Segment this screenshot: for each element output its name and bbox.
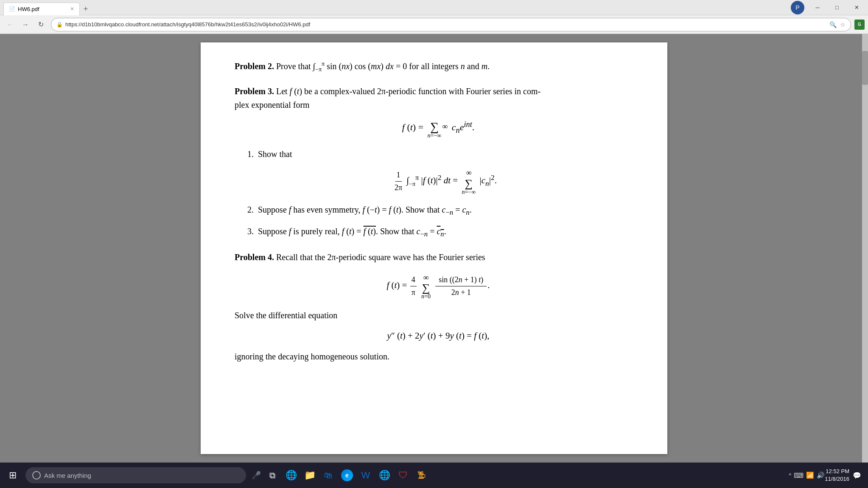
mcafee-icon: 🛡: [398, 470, 408, 481]
profile-icon[interactable]: P: [791, 1, 804, 14]
problem-3-items: 1. Show that 1 2π ∫−ππ |f (t)|2 dt = ∞: [235, 147, 642, 240]
active-tab[interactable]: 📄 HW6.pdf ✕: [3, 3, 80, 15]
address-bar[interactable]: 🔒 https://d1b10bmlvqabco.cloudfront.net/…: [51, 18, 851, 31]
taskbar: ⊞ Ask me anything 🎤 ⧉ 🌐 📁 🛍 e W 🌐 🛡 🗜: [0, 463, 868, 488]
parseval-equation: 1 2π ∫−ππ |f (t)|2 dt = ∞ ∑ n=−∞: [247, 166, 642, 197]
folder-icon: 📁: [304, 470, 316, 481]
problem-4-closing: ignoring the decaying homogeneous soluti…: [235, 350, 642, 363]
problem-3-text: Problem 3. Let f (t) be a complex-valued…: [235, 84, 642, 112]
ode-equation: y″ (t) + 2y′ (t) + 9y (t) = f (t),: [235, 329, 642, 343]
lock-icon: 🔒: [56, 22, 63, 28]
tray-network-icon: 📶: [806, 471, 814, 479]
maximize-button[interactable]: □: [827, 0, 847, 15]
pdf-page: Problem 2. Prove that ∫−ππ sin (nx) cos …: [201, 42, 667, 454]
ie-button[interactable]: e: [338, 466, 356, 485]
store-button[interactable]: 🛍: [319, 466, 338, 485]
forward-button[interactable]: →: [19, 18, 32, 31]
mcafee-button[interactable]: 🛡: [394, 466, 412, 485]
window-controls: P ─ □ ✕: [791, 0, 868, 15]
search-placeholder-text: Ask me anything: [44, 472, 91, 479]
tab-title: HW6.pdf: [18, 6, 39, 12]
tray-keyboard-icon: ⌨: [794, 471, 804, 480]
problem-3: Problem 3. Let f (t) be a complex-valued…: [235, 84, 642, 240]
square-wave-equation: f (t) = 4 π ∞ ∑ n=0 sin ((2n + 1) t): [235, 271, 642, 302]
search-circle-icon: [32, 471, 41, 480]
task-view-button[interactable]: ⧉: [263, 466, 282, 485]
problem-4-header: Problem 4.: [235, 252, 274, 262]
tray-volume-icon: 🔊: [817, 471, 825, 479]
chrome-icon: 🌐: [379, 470, 390, 481]
word-icon: W: [361, 470, 370, 481]
winrar-icon: 🗜: [417, 471, 426, 480]
ie-icon: e: [341, 469, 353, 481]
nav-bar: ← → ↻ 🔒 https://d1b10bmlvqabco.cloudfron…: [0, 15, 868, 34]
clock-time: 12:52 PM: [825, 468, 849, 475]
windows-icon: ⊞: [9, 470, 17, 481]
clock-date: 11/8/2016: [825, 475, 849, 483]
problem-4: Problem 4. Recall that the 2π-periodic s…: [235, 250, 642, 364]
problem-3-item-3: 3. Suppose f is purely real, f (t) = f (…: [243, 224, 642, 240]
problem-3-item-2: 2. Suppose f has even symmetry, f (−t) =…: [243, 203, 642, 219]
problem-4-ode-intro: Solve the differential equation: [235, 309, 642, 322]
mic-button[interactable]: 🎤: [249, 467, 263, 483]
tab-close-button[interactable]: ✕: [70, 6, 74, 12]
address-bar-icons: 🔍 ☆: [829, 21, 846, 28]
tray-chevron[interactable]: ^: [789, 472, 792, 478]
file-explorer-button[interactable]: 📁: [300, 466, 319, 485]
task-view-icon: ⧉: [269, 471, 275, 480]
scrollbar[interactable]: [862, 34, 868, 463]
edge-button[interactable]: 🌐: [282, 466, 300, 485]
problem-2: Problem 2. Prove that ∫−ππ sin (nx) cos …: [235, 59, 642, 74]
problem-3-header: Problem 3.: [235, 87, 274, 96]
problem-2-header: Problem 2.: [235, 62, 274, 71]
refresh-button[interactable]: ↻: [34, 18, 48, 31]
url-text: https://d1b10bmlvqabco.cloudfront.net/at…: [65, 21, 829, 28]
title-bar: 📄 HW6.pdf ✕ + P ─ □ ✕: [0, 0, 868, 15]
problem-3-item-1: 1. Show that 1 2π ∫−ππ |f (t)|2 dt = ∞: [243, 147, 642, 197]
minimize-button[interactable]: ─: [808, 0, 827, 15]
extension-icon[interactable]: G: [854, 20, 865, 30]
new-tab-button[interactable]: +: [80, 3, 92, 15]
action-center-icon: 💬: [853, 471, 861, 480]
edge-icon: 🌐: [286, 470, 297, 481]
back-button[interactable]: ←: [3, 18, 17, 31]
store-icon: 🛍: [324, 471, 333, 480]
system-tray: ^ ⌨ 📶 🔊: [789, 471, 825, 480]
problem-4-intro: Problem 4. Recall that the 2π-periodic s…: [235, 250, 642, 264]
action-center-button[interactable]: 💬: [849, 466, 865, 485]
fourier-series-equation: f (t) = ∑ n=−∞ ∞ cneint.: [235, 118, 642, 140]
scrollbar-thumb[interactable]: [862, 51, 868, 85]
content-area[interactable]: Problem 2. Prove that ∫−ππ sin (nx) cos …: [0, 34, 868, 463]
close-button[interactable]: ✕: [847, 0, 866, 15]
search-icon: 🔍: [829, 21, 837, 28]
start-button[interactable]: ⊞: [3, 466, 22, 485]
chrome-button[interactable]: 🌐: [375, 466, 394, 485]
clock[interactable]: 12:52 PM 11/8/2016: [825, 468, 849, 483]
browser-window: 📄 HW6.pdf ✕ + P ─ □ ✕ ← → ↻ 🔒 https://d1…: [0, 0, 868, 463]
word-button[interactable]: W: [356, 466, 375, 485]
tab-file-icon: 📄: [9, 6, 15, 12]
tab-bar: 📄 HW6.pdf ✕ +: [0, 0, 92, 15]
taskbar-search[interactable]: Ask me anything: [25, 467, 246, 483]
bookmark-icon: ☆: [840, 21, 846, 28]
problem-2-text: Problem 2. Prove that ∫−ππ sin (nx) cos …: [235, 59, 642, 74]
winrar-button[interactable]: 🗜: [412, 466, 431, 485]
